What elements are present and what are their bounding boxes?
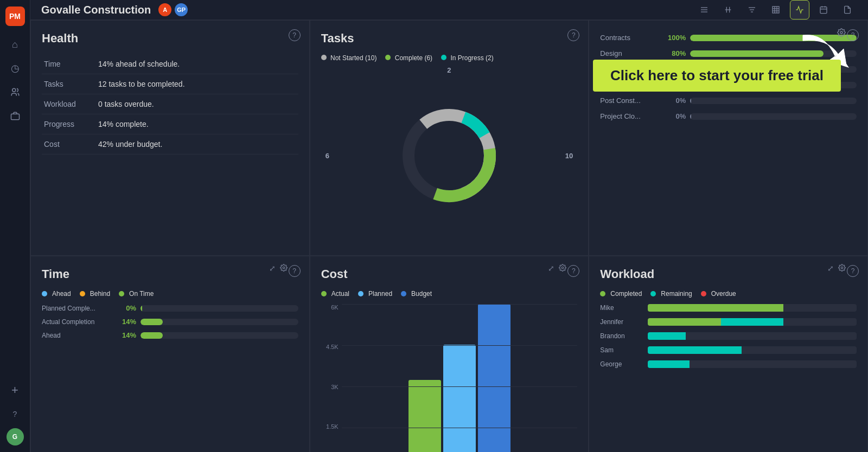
svg-point-26 [562,267,564,269]
workload-bar-brandon [648,332,857,340]
time-row-ahead: Ahead 14% [42,331,298,339]
header-avatars: A GP [157,2,189,17]
cost-bar-group [409,304,510,452]
cost-help-btn[interactable]: ? [567,265,579,277]
progress-track-design [690,50,857,57]
donut-label-top: 2 [447,66,451,74]
cost-bar-actual [409,380,441,452]
health-label-time: Time [42,54,96,74]
workload-rows: Mike Jennifer Brandon [600,304,857,452]
progress-rows: Contracts 100% Design 80% Procuremen [600,34,857,128]
time-legend-behind: Behind [80,290,110,298]
time-bar-planned [141,305,298,312]
tasks-legend-inprogress: In Progress (2) [441,54,494,62]
time-help-btn[interactable]: ? [289,265,301,277]
cost-legend: Actual Planned Budget [321,290,578,298]
toolbar-list-btn[interactable] [694,0,714,20]
ontime-label: On Time [129,290,154,298]
workload-legend: Completed Remaining Overdue [600,290,857,298]
toolbar-table-btn[interactable] [766,0,786,20]
workload-help-btn[interactable]: ? [847,265,859,277]
donut-label-right: 10 [565,151,573,159]
time-expand-btn[interactable]: ⤢ [269,264,276,273]
tasks-legend: Not Started (10) Complete (6) In Progres… [321,54,578,62]
tasks-panel: Tasks ? Not Started (10) Complete (6) In… [310,20,589,256]
time-bar-ahead [141,332,298,339]
sidebar-item-home[interactable]: ⌂ [5,35,25,54]
sidebar-item-clock[interactable]: ◷ [5,59,25,78]
cost-expand-btn[interactable]: ⤢ [548,264,554,273]
complete-dot [385,55,391,60]
progress-label-postconstruction: Post Const... [600,96,660,105]
toolbar-filter-btn[interactable] [742,0,762,20]
cost-y-axis: 6K 4.5K 3K 1.5K $0 [321,304,342,452]
cost-legend-budget: Budget [401,290,432,298]
svg-point-25 [283,267,285,269]
actual-label: Actual [331,290,349,298]
workload-panel-actions: ⤢ [827,264,846,273]
user-avatar[interactable]: G [7,428,24,445]
svg-point-27 [841,267,843,269]
workload-title: Workload [600,267,857,281]
workload-bar-mike [648,304,857,312]
progress-fill-design [690,50,823,57]
health-label-progress: Progress [42,114,96,134]
toolbar-calendar-btn[interactable] [814,0,833,20]
progress-pct-contracts: 100% [664,34,686,42]
progress-settings-btn[interactable] [837,28,846,39]
progress-fill-construction [690,82,691,88]
workload-legend-completed: Completed [600,290,642,298]
health-value-progress: 14% complete. [96,114,298,134]
health-value-workload: 0 tasks overdue. [96,94,298,114]
app-logo[interactable]: PM [5,7,25,26]
cost-bar-budget [478,304,510,452]
health-help-btn[interactable]: ? [289,29,301,41]
cost-panel: Cost ⤢ ? Actual Planned [310,256,589,452]
progress-label-projectclose: Project Clo... [600,112,660,120]
sidebar-add-button[interactable]: + [5,380,25,400]
svg-rect-11 [773,7,779,13]
cost-panel-actions: ⤢ [548,264,566,273]
tasks-legend-complete: Complete (6) [385,54,432,62]
time-row-actual: Actual Completion 14% [42,318,298,326]
workload-label-sam: Sam [600,346,643,354]
time-label-ahead: Ahead [42,332,112,339]
time-settings-btn[interactable] [280,264,288,273]
progress-fill-postconstruction [690,98,691,104]
tasks-help-btn[interactable]: ? [567,29,579,41]
health-label-cost: Cost [42,134,96,154]
cost-chart-area: 6K 4.5K 3K 1.5K $0 [321,304,578,452]
cost-settings-btn[interactable] [559,264,566,273]
time-pct-planned: 0% [117,304,136,312]
svg-rect-16 [820,7,827,14]
workload-row-brandon: Brandon [600,332,857,340]
toolbar-gantt-btn[interactable] [718,0,738,20]
progress-help-btn[interactable]: ? [847,29,859,41]
workload-label-mike: Mike [600,304,643,312]
ontime-dot [119,291,124,296]
workload-expand-btn[interactable]: ⤢ [827,264,834,273]
workload-label-jennifer: Jennifer [600,318,643,326]
progress-track-projectclose [690,113,857,120]
sidebar-help-button[interactable]: ? [5,404,25,424]
project-title: Govalle Construction [41,4,151,16]
toolbar-dashboard-btn[interactable] [790,0,809,20]
behind-label: Behind [90,290,110,298]
workload-settings-btn[interactable] [838,264,846,273]
cost-bar-planned [443,345,476,452]
progress-row-postconstruction: Post Const... 0% [600,96,857,105]
budget-label: Budget [411,290,432,298]
time-row-planned: Planned Comple... 0% [42,304,298,312]
progress-label-procurement: Procurement [600,65,660,73]
progress-track-contracts [690,35,857,41]
inprogress-dot [441,55,446,60]
toolbar-doc-btn[interactable] [838,0,857,20]
sidebar-item-briefcase[interactable] [5,106,25,126]
progress-panel: ? Contracts 100% Design 80% [589,20,868,256]
time-pct-actual: 14% [117,318,136,326]
progress-pct-design: 80% [664,49,686,57]
cost-title: Cost [321,267,578,281]
health-table: Time 14% ahead of schedule. Tasks 12 tas… [42,54,298,154]
sidebar-item-people[interactable] [5,82,25,102]
workload-bar-jennifer [648,318,857,326]
